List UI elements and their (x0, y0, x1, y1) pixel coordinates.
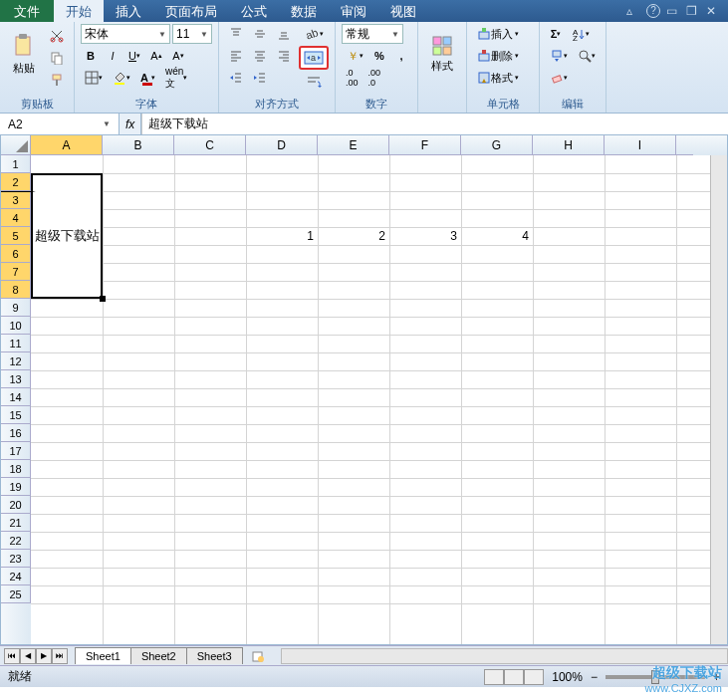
view-page-break-button[interactable] (524, 669, 544, 685)
row-header-9[interactable]: 9 (1, 299, 31, 317)
cell-D5[interactable]: 1 (246, 227, 318, 245)
view-normal-button[interactable] (484, 669, 504, 685)
col-header-C[interactable]: C (174, 135, 246, 155)
row-header-3[interactable]: 3 (1, 191, 31, 209)
row-header-1[interactable]: 1 (1, 155, 31, 173)
orientation-button[interactable]: ab▾ (299, 24, 329, 44)
delete-cells-button[interactable]: 删除▾ (473, 46, 533, 66)
cell-E5[interactable]: 2 (318, 227, 389, 245)
row-header-18[interactable]: 18 (1, 460, 31, 478)
insert-cells-button[interactable]: 插入▾ (473, 24, 533, 44)
col-header-I[interactable]: I (605, 135, 676, 155)
vertical-scrollbar[interactable] (710, 155, 727, 644)
zoom-value[interactable]: 100% (552, 670, 583, 684)
minimize-ribbon-icon[interactable]: ▵ (626, 4, 640, 18)
col-header-H[interactable]: H (533, 135, 605, 155)
cell-F5[interactable]: 3 (389, 227, 461, 245)
grow-font-button[interactable]: A▴ (146, 46, 166, 66)
align-center-button[interactable] (249, 46, 271, 66)
row-header-23[interactable]: 23 (1, 550, 31, 568)
format-cells-button[interactable]: 格式▾ (473, 68, 533, 88)
formula-input[interactable]: 超级下载站 (141, 114, 728, 134)
row-header-21[interactable]: 21 (1, 514, 31, 532)
row-header-13[interactable]: 13 (1, 370, 31, 388)
file-tab[interactable]: 文件 (0, 0, 54, 22)
row-header-11[interactable]: 11 (1, 335, 31, 352)
row-header-6[interactable]: 6 (1, 245, 31, 263)
row-header-10[interactable]: 10 (1, 317, 31, 335)
horizontal-scrollbar[interactable] (281, 648, 728, 664)
tab-data[interactable]: 数据 (279, 0, 329, 22)
merge-center-button[interactable]: a (299, 46, 329, 70)
selection-handle[interactable] (100, 296, 106, 302)
fill-color-button[interactable]: ▾ (109, 68, 134, 88)
cut-button[interactable] (46, 26, 68, 46)
wrap-text-button[interactable] (299, 72, 329, 92)
format-painter-button[interactable] (46, 70, 68, 90)
align-top-button[interactable] (225, 24, 247, 44)
copy-button[interactable] (46, 48, 68, 68)
tab-nav-prev[interactable]: ◀ (20, 648, 36, 664)
new-sheet-button[interactable] (247, 646, 269, 666)
align-bottom-button[interactable] (273, 24, 295, 44)
row-header-22[interactable]: 22 (1, 532, 31, 550)
sheet-tab-sheet2[interactable]: Sheet2 (130, 647, 187, 664)
row-header-20[interactable]: 20 (1, 496, 31, 514)
decrease-indent-button[interactable] (225, 68, 247, 88)
italic-button[interactable]: I (103, 46, 122, 66)
tab-layout[interactable]: 页面布局 (153, 0, 229, 22)
clear-button[interactable]: ▾ (546, 68, 572, 88)
tab-nav-next[interactable]: ▶ (36, 648, 52, 664)
name-box[interactable]: A2 ▼ (0, 114, 120, 134)
underline-button[interactable]: U▾ (124, 46, 144, 66)
window-close-icon[interactable]: ✕ (706, 4, 720, 18)
col-header-D[interactable]: D (246, 135, 318, 155)
find-button[interactable]: ▾ (574, 46, 600, 66)
row-header-15[interactable]: 15 (1, 406, 31, 424)
percent-button[interactable]: % (369, 46, 389, 66)
tab-insert[interactable]: 插入 (104, 0, 153, 22)
border-button[interactable]: ▾ (81, 68, 107, 88)
tab-nav-first[interactable]: ⏮ (4, 648, 20, 664)
col-header-A[interactable]: A (31, 135, 103, 155)
sort-filter-button[interactable]: AZ▾ (568, 24, 594, 44)
col-header-E[interactable]: E (318, 135, 389, 155)
row-header-14[interactable]: 14 (1, 388, 31, 406)
row-header-17[interactable]: 17 (1, 442, 31, 460)
row-header-25[interactable]: 25 (1, 585, 31, 603)
increase-indent-button[interactable] (249, 68, 271, 88)
shrink-font-button[interactable]: A▾ (168, 46, 188, 66)
cell-G5[interactable]: 4 (461, 227, 533, 245)
styles-button[interactable]: 样式 (424, 24, 460, 84)
tab-review[interactable]: 审阅 (329, 0, 378, 22)
tab-nav-last[interactable]: ⏭ (52, 648, 68, 664)
row-header-16[interactable]: 16 (1, 424, 31, 442)
tab-view[interactable]: 视图 (378, 0, 428, 22)
row-header-7[interactable]: 7 (1, 263, 31, 281)
align-middle-button[interactable] (249, 24, 271, 44)
increase-decimal-button[interactable]: .0.00 (342, 68, 363, 88)
cells-area[interactable]: 超级下载站1234 (31, 155, 710, 644)
bold-button[interactable]: B (81, 46, 101, 66)
view-page-layout-button[interactable] (504, 669, 524, 685)
align-left-button[interactable] (225, 46, 247, 66)
font-size-combo[interactable]: 11▼ (172, 24, 212, 44)
sheet-tab-sheet3[interactable]: Sheet3 (186, 647, 243, 664)
row-header-4[interactable]: 4 (1, 209, 31, 227)
font-name-combo[interactable]: 宋体▼ (81, 24, 170, 44)
fill-button[interactable]: ▾ (546, 46, 572, 66)
sheet-tab-sheet1[interactable]: Sheet1 (75, 647, 131, 664)
row-header-19[interactable]: 19 (1, 478, 31, 496)
window-minimize-icon[interactable]: ▭ (666, 4, 680, 18)
row-header-12[interactable]: 12 (1, 352, 31, 370)
font-color-button[interactable]: A▾ (136, 68, 159, 88)
currency-button[interactable]: ￥▾ (342, 46, 367, 66)
row-header-5[interactable]: 5 (1, 227, 31, 245)
fx-icon[interactable]: fx (125, 117, 134, 131)
row-header-8[interactable]: 8 (1, 281, 31, 299)
zoom-out-button[interactable]: − (591, 670, 598, 684)
decrease-decimal-button[interactable]: .00.0 (364, 68, 385, 88)
select-all-corner[interactable] (1, 135, 31, 155)
number-format-combo[interactable]: 常规▼ (342, 24, 403, 44)
window-restore-icon[interactable]: ❐ (686, 4, 700, 18)
